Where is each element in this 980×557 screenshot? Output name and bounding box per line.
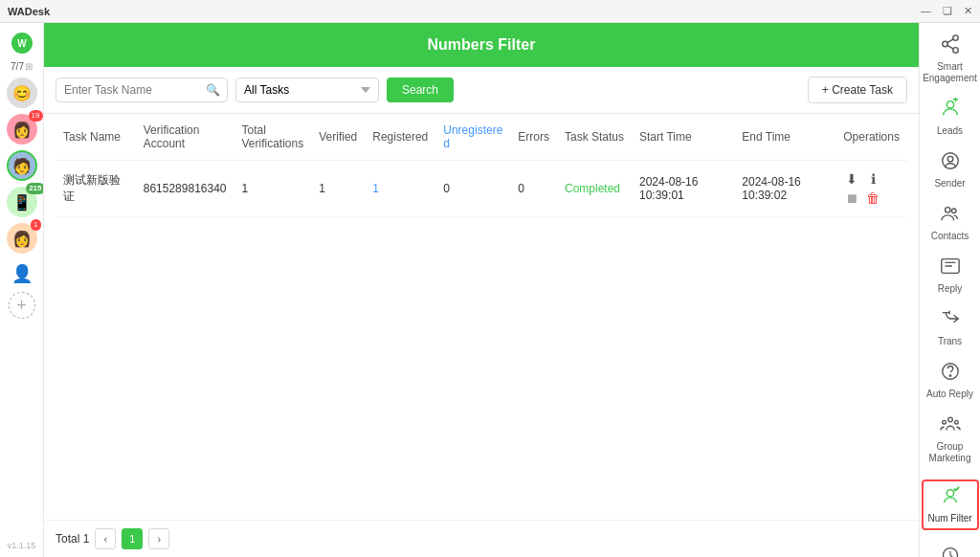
left-sidebar: W 7/7 ⊞ 😊 👩 19 🧑 📱 215 👩 1 👤 + v1.1: [0, 23, 44, 557]
svg-point-4: [952, 48, 958, 53]
nav-smart-engagement[interactable]: SmartEngagement: [922, 28, 979, 90]
delete-icon[interactable]: 🗑: [864, 189, 881, 207]
svg-point-16: [949, 375, 950, 376]
svg-point-19: [954, 420, 958, 424]
group-marketing-icon: [940, 413, 961, 439]
svg-point-13: [951, 209, 956, 213]
avatar-3[interactable]: 🧑: [7, 150, 37, 181]
col-registered: Registered: [365, 114, 435, 161]
nav-sender[interactable]: Sender: [922, 145, 979, 195]
nav-label-trans: Trans: [938, 336, 962, 347]
clock-icon: [941, 546, 960, 557]
reply-icon: [940, 256, 961, 281]
create-task-button[interactable]: + Create Task: [808, 77, 907, 103]
nav-num-filter[interactable]: Num Filter: [922, 479, 979, 530]
nav-reply[interactable]: Reply: [922, 250, 979, 301]
nav-leads[interactable]: Leads: [922, 92, 979, 143]
badge-2: 19: [29, 110, 43, 122]
search-input-wrap: 🔍: [56, 78, 228, 102]
cell-status: Completed: [557, 161, 632, 217]
smart-engagement-icon: [940, 33, 961, 59]
maximize-btn[interactable]: ❑: [943, 5, 952, 17]
nav-clock[interactable]: [922, 540, 979, 557]
add-session-btn[interactable]: +: [9, 292, 35, 319]
nav-contacts[interactable]: Contacts: [922, 197, 979, 248]
info-icon[interactable]: ℹ: [864, 170, 881, 188]
col-errors: Errors: [510, 114, 557, 161]
right-sidebar: SmartEngagement Leads Sender: [919, 23, 980, 557]
prev-page-btn[interactable]: ‹: [95, 528, 116, 549]
badge-5: 1: [31, 219, 40, 231]
cell-registered: 1: [365, 161, 435, 217]
nav-label-auto-reply: Auto Reply: [926, 389, 973, 400]
tasks-table: Task Name VerificationAccount TotalVerif…: [56, 114, 907, 217]
nav-label-smart-engagement: SmartEngagement: [923, 61, 977, 84]
svg-point-17: [942, 420, 946, 424]
user-icon: 👤: [11, 263, 33, 284]
cell-errors: 0: [510, 161, 557, 217]
search-button[interactable]: Search: [387, 78, 454, 102]
num-filter-icon: [940, 485, 961, 511]
svg-point-11: [947, 156, 953, 162]
svg-point-2: [952, 35, 958, 41]
session-info: 7/7 ⊞: [11, 61, 33, 72]
download-icon[interactable]: ⬇: [843, 170, 860, 188]
nav-label-contacts: Contacts: [931, 231, 969, 242]
cell-end-time: 2024-08-16 10:39:02: [734, 161, 835, 217]
svg-point-12: [945, 208, 950, 213]
nav-auto-reply[interactable]: Auto Reply: [922, 355, 979, 406]
avatar-2[interactable]: 👩 19: [7, 114, 37, 145]
avatar-1[interactable]: 😊: [7, 78, 37, 108]
main-area: Numbers Filter 🔍 All Tasks Pending Compl…: [44, 23, 919, 557]
header-title: Numbers Filter: [428, 36, 536, 54]
version: v1.1.15: [8, 538, 36, 551]
search-input[interactable]: [56, 78, 228, 102]
contacts-icon: [940, 203, 961, 229]
avatar-5[interactable]: 👩 1: [7, 223, 37, 254]
sender-icon: [940, 150, 961, 176]
svg-text:W: W: [17, 38, 27, 49]
pagination: Total 1 ‹ 1 ›: [44, 520, 919, 557]
close-btn[interactable]: ✕: [964, 5, 972, 17]
svg-point-3: [942, 41, 947, 47]
task-select[interactable]: All Tasks Pending Completed Running: [235, 78, 379, 102]
leads-icon: [940, 98, 961, 123]
col-verification-account: VerificationAccount: [136, 114, 234, 161]
col-verified: Verified: [311, 114, 365, 161]
svg-line-5: [947, 45, 952, 49]
col-operations: Operations: [835, 114, 907, 161]
col-unregistered: Unregistered: [435, 114, 510, 161]
nav-label-sender: Sender: [934, 178, 965, 189]
nav-trans[interactable]: Trans: [922, 302, 979, 353]
minimize-btn[interactable]: —: [921, 5, 931, 17]
table-row: 测试新版验证 8615289816340 1 1 1 0 0 Completed…: [56, 161, 907, 217]
content-area: 🔍 All Tasks Pending Completed Running Se…: [44, 67, 919, 557]
badge-4: 215: [26, 183, 44, 194]
trans-icon: [940, 308, 961, 334]
app-title: WADesk: [8, 6, 50, 17]
svg-point-20: [947, 490, 953, 497]
cell-verified: 1: [311, 161, 365, 217]
app-logo: W: [8, 29, 36, 57]
total-label: Total 1: [56, 532, 89, 546]
nav-label-reply: Reply: [938, 283, 963, 295]
table-container: Task Name VerificationAccount TotalVerif…: [44, 114, 919, 520]
cell-operations: ⬇ ℹ ⏹ 🗑: [835, 161, 907, 217]
cell-unregistered: 0: [435, 161, 510, 217]
col-end-time: End Time: [734, 114, 835, 161]
col-start-time: Start Time: [632, 114, 734, 161]
stop-icon[interactable]: ⏹: [843, 189, 860, 207]
nav-group-marketing[interactable]: GroupMarketing: [922, 408, 979, 470]
col-task-name: Task Name: [56, 114, 136, 161]
avatar-4[interactable]: 📱 215: [7, 187, 37, 217]
page-1-btn[interactable]: 1: [122, 528, 143, 549]
svg-point-18: [947, 417, 952, 422]
nav-label-group-marketing: GroupMarketing: [929, 441, 971, 464]
svg-point-7: [947, 101, 953, 108]
cell-total: 1: [234, 161, 312, 217]
col-task-status: Task Status: [557, 114, 632, 161]
next-page-btn[interactable]: ›: [148, 528, 169, 549]
svg-line-6: [947, 39, 952, 43]
nav-label-leads: Leads: [937, 125, 963, 137]
cell-task-name: 测试新版验证: [56, 161, 136, 217]
